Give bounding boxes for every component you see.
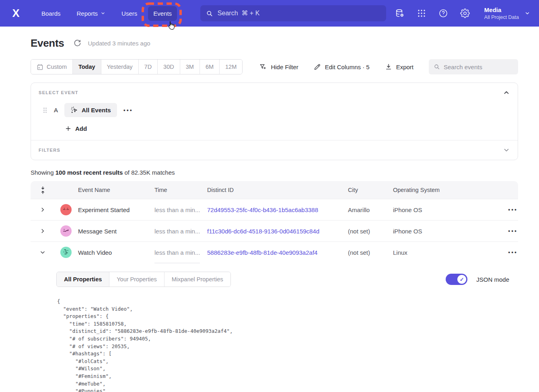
avatar-face [60,204,72,215]
chevron-down-icon[interactable] [40,250,45,255]
mixpanel-logo-icon[interactable]: X [9,6,23,20]
tab-mixpanel-properties[interactable]: Mixpanel Properties [164,272,230,287]
sparkle-cursor-icon [70,106,78,114]
date-filter-label: 6M [206,64,214,70]
event-name-cell: Message Sent [78,228,154,235]
nav-item-label: Users [121,10,137,17]
filters-label: FILTERS [39,148,60,153]
navbar-right: Media All Project Data [395,6,530,21]
header-city[interactable]: City [348,187,393,193]
json-mode-label: JSON mode [476,276,509,283]
date-filter-label: 30D [163,64,174,70]
add-button-label: Add [75,125,87,132]
date-filter-6m[interactable]: 6M [200,60,219,74]
avatar-face [60,247,72,258]
pencil-icon [314,63,321,70]
apps-grid-icon[interactable] [417,8,426,18]
row-more-icon[interactable]: ●●● [479,208,518,212]
date-filter-3m[interactable]: 3M [180,60,200,74]
event-json-view: { "event": "Watch Video", "properties": … [57,298,518,392]
properties-tabs: All Properties Your Properties Mixpanel … [56,272,231,287]
date-range-control: Custom Today Yesterday 7D 30D 3M 6M 12M [31,59,243,74]
event-name-cell: Watch Video [78,249,154,256]
hide-filter-button[interactable]: Hide Filter [259,63,298,70]
results-prefix: Showing [31,169,56,176]
date-filter-7d[interactable]: 7D [138,60,158,74]
row-more-icon[interactable]: ●●● [479,250,518,254]
help-icon[interactable] [438,8,448,18]
refresh-icon[interactable] [74,39,81,47]
row-more-icon[interactable]: ●●● [479,229,518,233]
date-filter-custom[interactable]: Custom [31,60,72,74]
calendar-icon [37,64,43,70]
table-row[interactable]: Message Sent less than a min... f11c30d6… [31,220,518,241]
header-os[interactable]: Operating System [393,187,479,193]
edit-columns-label: Edit Columns · 5 [325,64,370,70]
event-name-cell: Experiment Started [78,206,154,213]
date-filter-30d[interactable]: 30D [157,60,180,74]
checkmark-icon: ✓ [457,275,466,284]
table-row[interactable]: Experiment Started less than a min... 72… [31,199,518,220]
project-subtitle: All Project Data [484,14,519,21]
gear-icon[interactable] [460,8,470,18]
header-distinct-id[interactable]: Distinct ID [207,187,348,193]
date-filter-label: Today [78,64,95,70]
tab-label: All Properties [64,276,102,283]
distinct-id-link[interactable]: 72d49553-25fc-4f0c-b436-1b5ac6ab3388 [207,206,348,213]
plus-icon [65,126,71,132]
os-cell: Linux [393,249,479,256]
avatar [60,204,72,215]
time-cell: less than a min... [154,249,207,256]
global-search-input[interactable] [218,10,381,17]
drag-handle-icon[interactable] [43,107,47,113]
nav-item-users[interactable]: Users [116,6,142,21]
chevron-down-icon [101,11,105,16]
edit-columns-button[interactable]: Edit Columns · 5 [314,63,370,70]
search-events-input[interactable] [444,64,513,70]
event-more-icon[interactable]: ●●● [123,107,134,114]
nav-item-reports[interactable]: Reports [72,6,111,21]
date-filter-yesterday[interactable]: Yesterday [101,60,138,74]
chevron-right-icon[interactable] [40,228,45,234]
collapse-all-icon[interactable] [40,186,46,194]
avatar-face [60,225,72,237]
cursor-pointer-icon [166,21,176,31]
date-filter-label: 12M [225,64,237,70]
header-event-name[interactable]: Event Name [78,187,154,193]
primary-nav: Boards Reports Users Events [36,6,177,21]
select-event-label: SELECT EVENT [39,90,78,95]
time-cell: less than a min... [154,206,207,213]
add-event-button[interactable]: Add [65,125,510,132]
time-cell: less than a min... [154,228,207,235]
export-button[interactable]: Export [385,63,414,70]
os-cell: iPhone OS [393,206,479,213]
tab-your-properties[interactable]: Your Properties [109,272,164,287]
events-table: Event Name Time Distinct ID City Operati… [31,181,518,392]
date-filter-today[interactable]: Today [72,60,101,74]
distinct-id-link[interactable]: f11c30d6-dc6d-4518-9136-0d046159c84d [207,228,348,235]
tab-all-properties[interactable]: All Properties [57,272,109,287]
date-filter-label: 3M [186,64,194,70]
results-count: 100 most recent results [56,169,123,176]
avatar [60,247,72,258]
table-header-row: Event Name Time Distinct ID City Operati… [31,181,518,199]
nav-item-events[interactable]: Events [148,6,177,21]
table-row-expanded[interactable]: Watch Video less than a min... 5886283e-… [31,241,518,263]
event-selector-chip[interactable]: All Events [64,103,117,117]
json-mode-toggle[interactable]: ✓ [446,274,467,285]
event-chip-label: All Events [82,107,111,113]
nav-item-boards[interactable]: Boards [36,6,66,21]
search-events-field[interactable] [429,59,518,74]
date-filter-12m[interactable]: 12M [219,60,242,74]
event-row-letter: A [53,107,59,113]
chevron-up-icon[interactable] [503,89,510,96]
last-updated-text: Updated 3 minutes ago [88,40,150,47]
tab-label: Mixpanel Properties [172,276,223,283]
data-management-icon[interactable] [395,8,405,18]
chevron-down-icon[interactable] [503,146,510,154]
distinct-id-link[interactable]: 5886283e-e9fb-48fb-81de-40e9093a2af4 [207,249,348,256]
global-search[interactable] [200,5,386,21]
header-time[interactable]: Time [154,187,207,193]
project-switcher[interactable]: Media All Project Data [484,6,530,21]
chevron-right-icon[interactable] [40,207,45,213]
